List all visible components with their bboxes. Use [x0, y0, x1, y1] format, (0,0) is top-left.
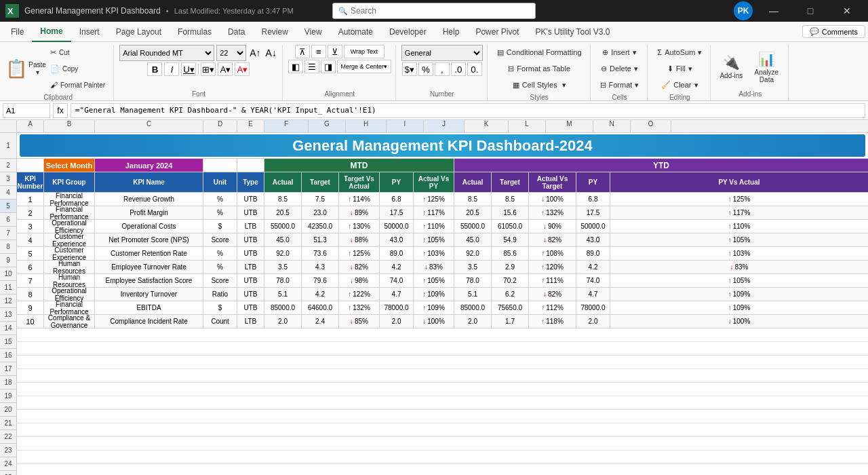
number-format-select[interactable]: General	[401, 45, 483, 61]
comma-button[interactable]: ,	[435, 62, 450, 76]
tab-view[interactable]: View	[296, 22, 330, 42]
currency-button[interactable]: $▾	[402, 62, 417, 76]
underline-button[interactable]: U▾	[181, 62, 196, 76]
tab-file[interactable]: File	[3, 22, 32, 42]
col-N: N	[593, 120, 631, 132]
italic-button[interactable]: I	[164, 62, 179, 76]
align-top-button[interactable]: ⊼	[295, 45, 310, 58]
clear-button[interactable]: 🧹 Clear ▾	[657, 77, 702, 92]
function-button[interactable]: fx	[53, 103, 68, 118]
format-as-table-button[interactable]: ⊟ Format as Table	[504, 61, 574, 76]
align-right-button[interactable]: ◨	[321, 60, 336, 73]
percent-button[interactable]: %	[418, 62, 433, 76]
addins-button[interactable]: 🔌 Add-ins	[716, 48, 746, 86]
borders-button[interactable]: ⊞▾	[201, 62, 216, 76]
format-cells-button[interactable]: ⊟ Format ▾	[596, 77, 644, 92]
font-label: Font	[192, 89, 205, 100]
tab-page-layout[interactable]: Page Layout	[108, 22, 170, 42]
row-12: 12	[0, 294, 16, 308]
ribbon-tabs: File Home Insert Page Layout Formulas Da…	[0, 22, 868, 42]
align-row1: ⊼ ≡ ⊻ Wrap Text	[295, 45, 384, 58]
cell-styles-button[interactable]: ▦ Cell Styles ▾	[509, 77, 570, 92]
empty-row-5	[17, 383, 868, 396]
align-center-button[interactable]: ☰	[304, 60, 319, 73]
ytd-py-header-text: PY	[589, 178, 597, 186]
tab-power-pivot[interactable]: Power Pivot	[467, 22, 527, 42]
tab-insert[interactable]: Insert	[71, 22, 108, 42]
row-14: 14	[0, 322, 16, 335]
ytd-py-header: PY	[576, 172, 610, 192]
tab-formulas[interactable]: Formulas	[170, 22, 220, 42]
decrease-font-button[interactable]: A↓	[264, 46, 277, 60]
font-size-select[interactable]: 22	[216, 45, 246, 61]
conditional-formatting-button[interactable]: ▤ Conditional Formatting	[493, 45, 586, 60]
insert-cells-button[interactable]: ⊕ Insert ▾	[598, 45, 641, 60]
table-row: 9 Financial Performance EBITDA $ UTB 850…	[17, 301, 868, 315]
addins-group: 🔌 Add-ins 📊 Analyze Data Add-ins	[712, 45, 789, 100]
delete-cells-button[interactable]: ⊖ Delete ▾	[597, 61, 642, 76]
empty-row-1	[17, 328, 868, 342]
empty-row-8	[17, 423, 868, 437]
addins-label: Add-ins	[738, 89, 762, 100]
row-7: 7	[0, 227, 16, 240]
col-H: H	[346, 120, 387, 132]
increase-font-button[interactable]: A↑	[248, 46, 262, 60]
number-group-content: General $▾ % , .0 0.	[401, 45, 483, 89]
formula-input[interactable]	[71, 103, 865, 118]
table-row: 8 Operational Efficiency Inventory Turno…	[17, 288, 868, 301]
align-left-button[interactable]: ◧	[288, 60, 303, 73]
insert-cells-label: Insert	[611, 48, 630, 56]
wrap-text-button[interactable]: Wrap Text	[344, 45, 384, 58]
grid-content: General Management KPI Dashboard-2024 Se…	[17, 133, 868, 475]
font-color-button[interactable]: A▾	[235, 62, 250, 76]
ribbon: File Home Insert Page Layout Formulas Da…	[0, 22, 868, 101]
row-5: 5	[0, 200, 16, 213]
comments-button[interactable]: 💬Comments	[802, 25, 865, 38]
merge-center-button[interactable]: Merge & Center▾	[337, 60, 391, 73]
section-header-row: Select Month January 2024 MTD YTD	[17, 159, 868, 172]
table-row: 4 Customer Experience Net Promoter Score…	[17, 233, 868, 247]
col-L: L	[509, 120, 546, 132]
cut-button[interactable]: ✂ Cut	[46, 45, 109, 60]
minimize-button[interactable]: —	[758, 0, 789, 22]
clear-label: Clear	[673, 81, 691, 89]
tab-pk-utility[interactable]: PK's Utility Tool V3.0	[527, 22, 618, 42]
search-input[interactable]	[351, 6, 527, 16]
tab-home[interactable]: Home	[32, 22, 71, 42]
search-area[interactable]: 🔍	[332, 3, 536, 19]
increase-decimal-button[interactable]: .0	[451, 62, 466, 76]
empty-row-3	[17, 356, 868, 369]
align-bottom-button[interactable]: ⊻	[328, 45, 342, 58]
close-button[interactable]: ✕	[831, 0, 863, 22]
mtd-tva-header-text: Target Vs Actual	[339, 175, 379, 190]
ytd-pva-header: PY Vs Actual	[610, 172, 868, 192]
maximize-button[interactable]: □	[795, 0, 826, 22]
unit-header-text: Unit	[214, 178, 226, 186]
format-painter-button[interactable]: 🖌 Format Painter	[46, 77, 109, 92]
tab-automate[interactable]: Automate	[330, 22, 381, 42]
clear-icon: 🧹	[661, 81, 671, 90]
bold-button[interactable]: B	[147, 62, 162, 76]
paste-dropdown-icon[interactable]: ▾	[36, 69, 39, 76]
autosum-button[interactable]: Σ AutoSum ▾	[653, 45, 706, 60]
cell-reference-box[interactable]	[3, 103, 50, 118]
copy-button[interactable]: 📄 Copy	[46, 61, 109, 76]
tab-review[interactable]: Review	[253, 22, 296, 42]
analyze-data-button[interactable]: 📊 Analyze Data	[749, 48, 784, 86]
decrease-decimal-button[interactable]: 0.	[467, 62, 482, 76]
tab-developer[interactable]: Developer	[381, 22, 435, 42]
align-middle-button[interactable]: ≡	[311, 45, 326, 58]
fill-color-button[interactable]: A▾	[218, 62, 233, 76]
autosum-icon: Σ	[657, 48, 662, 56]
row-20: 20	[0, 403, 16, 417]
ytd-avt-header: Actual Vs Target	[529, 172, 576, 192]
number-row2: $▾ % , .0 0.	[402, 62, 482, 76]
tab-help[interactable]: Help	[435, 22, 468, 42]
doc-title: General Management KPI Dashboard	[24, 6, 161, 16]
col-I: I	[387, 120, 424, 132]
fill-button[interactable]: ⬇ Fill ▾	[663, 61, 696, 76]
font-name-select[interactable]: Arial Rounded MT	[119, 45, 214, 61]
tab-data[interactable]: Data	[220, 22, 253, 42]
paste-button[interactable]: 📋 Paste ▾	[7, 50, 45, 88]
spreadsheet-body: 1 2 3 4 5 6 7 8 9 10 11 12 13 14 15 16 1…	[0, 133, 868, 475]
